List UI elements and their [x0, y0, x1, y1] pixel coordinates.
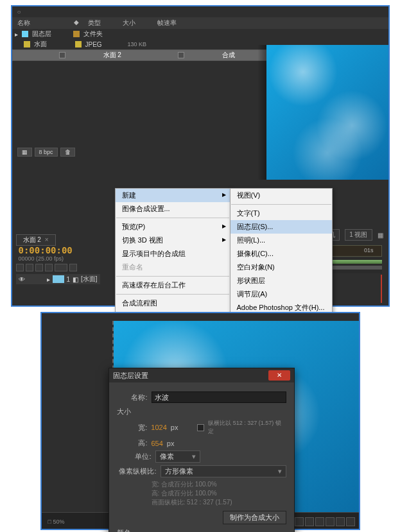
trash-icon[interactable]: 🗑 — [60, 148, 75, 157]
eye-icon[interactable] — [16, 264, 24, 271]
solo-icon[interactable] — [35, 264, 43, 271]
hint-width-pct: 宽: 合成百分比 100.0% — [152, 480, 286, 489]
project-row[interactable]: ▸ 固态层 文件夹 — [12, 29, 388, 39]
project-panel-header: ○ — [12, 6, 388, 17]
col-tags: 帧速率 — [157, 19, 177, 28]
context-menu-main: 新建 图像合成设置... 预览(P) 切换 3D 视图 显示项目中的合成组 重命… — [115, 188, 230, 324]
viewer-icon[interactable] — [326, 517, 335, 526]
composition-preview — [266, 45, 388, 180]
comp-margin — [42, 321, 114, 484]
menu-cache-work[interactable]: 高速缓存在后台工作 — [116, 279, 230, 292]
dialog-title: 固态层设置 — [113, 371, 148, 381]
screenshot-ae-context-menu: ○ 名称 ◆ 类型 大小 帧速率 ▸ 固态层 文件夹 水面 JPEG 130 K… — [11, 5, 390, 307]
viewer-icon[interactable] — [295, 517, 304, 526]
jpeg-icon — [24, 41, 30, 47]
col-name: 名称 — [17, 19, 69, 28]
hint-frame-aspect: 画面纵横比: 512 : 327 (1.57) — [152, 498, 286, 507]
layer-name: [水面] — [81, 275, 98, 284]
name-label: 名称: — [117, 393, 148, 402]
menu-switch-3d[interactable]: 切换 3D 视图 — [116, 234, 230, 247]
color-section-label: 颜色 — [117, 528, 286, 532]
col-type: 类型 — [88, 19, 117, 28]
name-input[interactable] — [152, 391, 286, 403]
menu-comp-settings[interactable]: 图像合成设置... — [116, 202, 230, 216]
label-icon[interactable] — [69, 264, 77, 271]
height-value[interactable]: 654 — [152, 440, 163, 447]
comp-tag-icon — [178, 52, 184, 58]
bpc-button[interactable]: 8 bpc — [35, 148, 58, 157]
menu-new[interactable]: 新建 — [116, 189, 230, 202]
lock-aspect-label: 纵横比以 512 : 327 (1.57) 锁定 — [208, 419, 286, 436]
height-label: 高: — [134, 438, 148, 448]
timeline-tab[interactable]: 水面 2× — [16, 234, 56, 246]
submenu-viewer[interactable]: 视图(V) — [230, 189, 332, 202]
size-section-label: 大小 — [117, 407, 286, 416]
unit-label: 单位: — [121, 452, 152, 461]
menu-preview[interactable]: 预览(P) — [116, 220, 230, 234]
lock-aspect-checkbox[interactable] — [197, 424, 204, 431]
unit-select[interactable]: 像素 — [155, 450, 200, 463]
project-columns-header: 名称 ◆ 类型 大小 帧速率 — [12, 17, 388, 29]
timecode[interactable]: 0:00:00:00 — [19, 245, 73, 255]
close-button[interactable]: ✕ — [268, 370, 290, 381]
timeline-layer-row[interactable]: 👁▸ 1 ◧ [水面] — [16, 274, 100, 284]
speaker-icon[interactable] — [26, 264, 33, 271]
par-select[interactable]: 方形像素 — [161, 465, 286, 477]
context-submenu-new: 视图(V) 文字(T) 固态层(S)... 照明(L)... 摄像机(C)...… — [230, 188, 333, 315]
work-area-end[interactable] — [381, 275, 382, 303]
dialog-titlebar[interactable]: 固态层设置 ✕ — [109, 368, 294, 382]
layer-color-chip — [53, 275, 64, 283]
par-label: 像素纵横比: — [117, 467, 157, 476]
make-comp-size-button[interactable]: 制作为合成大小 — [223, 511, 286, 524]
jpeg-tag-icon — [75, 41, 82, 47]
menu-reveal-in-project[interactable]: 显示项目中的合成组 — [116, 247, 230, 261]
grid-icon[interactable]: ▦ — [378, 232, 383, 239]
layer-thumb-icon: ◧ — [73, 276, 78, 283]
lock-icon[interactable] — [45, 264, 53, 271]
solid-folder-icon — [22, 31, 28, 37]
viewer-icon[interactable] — [336, 517, 345, 526]
submenu-light[interactable]: 照明(L)... — [230, 234, 332, 247]
comp-icon — [59, 52, 65, 58]
timeline-switches — [16, 264, 77, 271]
zoom-readout[interactable]: □ 50% — [48, 519, 65, 525]
menu-rename: 重命名 — [116, 261, 230, 274]
bin-icon[interactable]: ▦ — [17, 148, 32, 157]
hint-height-pct: 高: 合成百分比 100.0% — [152, 489, 286, 498]
screenshot-solid-settings-dialog: □ 50% 0:00:00:00 固态层设置 ✕ 名称: 大小 宽: 1024 — [40, 312, 360, 530]
submenu-null[interactable]: 空白对象(N) — [230, 261, 332, 274]
submenu-camera[interactable]: 摄像机(C)... — [230, 247, 332, 261]
col-size: 大小 — [123, 19, 152, 28]
submenu-adjustment[interactable]: 调节层(A) — [230, 287, 332, 301]
project-footer: ▦ 8 bpc 🗑 — [15, 146, 78, 158]
view-layout-menu[interactable]: 1 视图 — [345, 229, 372, 241]
solid-settings-dialog: 固态层设置 ✕ 名称: 大小 宽: 1024 px 纵横比以 512 : 327… — [109, 368, 295, 532]
timecode-sub: 00000 (25.00 fps) — [19, 255, 64, 262]
submenu-shape[interactable]: 形状图层 — [230, 274, 332, 287]
menu-flowchart[interactable]: 合成流程图 — [116, 296, 230, 310]
folder-icon — [73, 31, 80, 37]
width-value[interactable]: 1024 — [151, 424, 166, 431]
viewer-icon[interactable] — [315, 517, 324, 526]
preview-shadow — [257, 45, 266, 180]
viewer-icon[interactable] — [305, 517, 314, 526]
submenu-solid[interactable]: 固态层(S)... — [230, 220, 332, 234]
viewer-icon[interactable] — [346, 517, 355, 526]
close-icon[interactable]: × — [45, 236, 49, 243]
submenu-text[interactable]: 文字(T) — [230, 207, 332, 220]
width-label: 宽: — [134, 423, 148, 433]
